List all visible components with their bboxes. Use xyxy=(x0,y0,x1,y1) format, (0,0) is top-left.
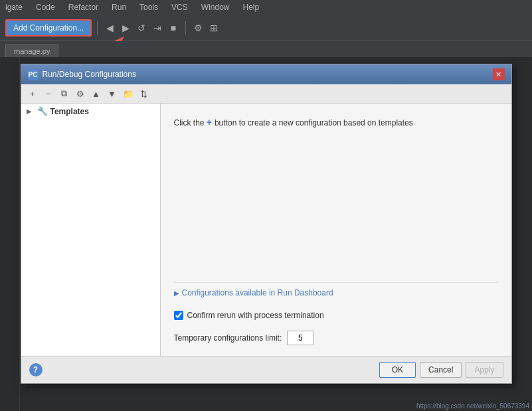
tree-panel: ▶ 🔧 Templates xyxy=(21,104,161,356)
toolbar-refresh-icon[interactable]: ↺ xyxy=(135,21,148,35)
apply-button[interactable]: Apply xyxy=(466,362,503,378)
temp-config-row: Temporary configurations limit: xyxy=(174,331,498,345)
cancel-button[interactable]: Cancel xyxy=(420,362,462,378)
footer-buttons: OK Cancel Apply xyxy=(379,362,503,378)
content-spacer xyxy=(174,138,498,272)
content-panel: Click the + button to create a new confi… xyxy=(161,104,511,356)
dialog-copy-button[interactable]: ⧉ xyxy=(57,86,72,101)
toolbar: Add Configuration... ➤ ◀ ▶ ↺ ⇥ ■ ⚙ ⊞ xyxy=(0,15,532,41)
dialog-move-up-button[interactable]: ▲ xyxy=(89,86,104,101)
dialog-folder-button[interactable]: 📁 xyxy=(121,86,135,101)
toolbar-settings-icon[interactable]: ⚙ xyxy=(191,21,205,35)
instruction-plus-icon: + xyxy=(207,117,215,127)
dialog-settings-button[interactable]: ⚙ xyxy=(73,86,88,101)
menu-code[interactable]: Code xyxy=(33,1,58,13)
toolbar-forward-icon[interactable]: ▶ xyxy=(119,21,132,35)
dialog-body: ▶ 🔧 Templates Click the + button to crea… xyxy=(21,104,511,356)
temp-config-input[interactable] xyxy=(287,331,313,345)
help-button[interactable]: ? xyxy=(29,363,43,376)
dialog-remove-button[interactable]: − xyxy=(41,86,56,101)
watermark: https://blog.csdn.net/weixin_50673394 xyxy=(416,402,529,410)
tree-wrench-icon: 🔧 xyxy=(37,106,48,116)
dialog-icon: PC xyxy=(28,69,39,80)
menu-vcs[interactable]: VCS xyxy=(169,1,191,13)
temp-config-label: Temporary configurations limit: xyxy=(174,333,282,343)
dialog-title-left: PC Run/Debug Configurations xyxy=(28,69,136,80)
tab-manage-py[interactable]: manage.py xyxy=(5,44,58,57)
instruction-suffix: button to create a new configuration bas… xyxy=(215,118,413,127)
confirm-rerun-row: Confirm rerun with process termination xyxy=(174,311,498,320)
menu-bar: igate Code Refactor Run Tools VCS Window… xyxy=(0,0,532,15)
toolbar-back-icon[interactable]: ◀ xyxy=(103,21,116,35)
dialog-title-bar: PC Run/Debug Configurations ✕ xyxy=(21,64,511,84)
confirm-rerun-label: Confirm rerun with process termination xyxy=(187,311,324,320)
dialog-toolbar: + − ⧉ ⚙ ▲ ▼ 📁 ⇅ xyxy=(21,84,511,104)
templates-tree-item[interactable]: ▶ 🔧 Templates xyxy=(21,104,160,119)
run-debug-dialog: PC Run/Debug Configurations ✕ + − ⧉ ⚙ ▲ … xyxy=(21,64,512,384)
tree-expand-icon: ▶ xyxy=(27,108,35,115)
modal-overlay: PC Run/Debug Configurations ✕ + − ⧉ ⚙ ▲ … xyxy=(0,57,532,411)
dialog-footer: ? OK Cancel Apply xyxy=(21,356,511,383)
toolbar-layout-icon[interactable]: ⊞ xyxy=(207,21,221,35)
ok-button[interactable]: OK xyxy=(379,362,416,378)
tree-item-label: Templates xyxy=(50,107,89,116)
toolbar-stop-icon[interactable]: ■ xyxy=(167,21,180,35)
toolbar-separator-2 xyxy=(185,21,186,35)
menu-window[interactable]: Window xyxy=(199,1,232,13)
dialog-sort-button[interactable]: ⇅ xyxy=(137,86,151,101)
dialog-title-text: Run/Debug Configurations xyxy=(43,70,136,79)
configs-available-label: Configurations available in Run Dashboar… xyxy=(182,288,333,297)
dialog-add-button[interactable]: + xyxy=(25,86,40,101)
confirm-rerun-checkbox[interactable] xyxy=(174,311,183,320)
configs-available-row[interactable]: ▶ Configurations available in Run Dashbo… xyxy=(174,282,498,300)
menu-tools[interactable]: Tools xyxy=(137,1,161,13)
dialog-close-button[interactable]: ✕ xyxy=(493,68,505,80)
dialog-move-down-button[interactable]: ▼ xyxy=(105,86,120,101)
instruction-text: Click the + button to create a new confi… xyxy=(174,117,498,127)
add-configuration-button[interactable]: Add Configuration... xyxy=(5,19,92,37)
toolbar-separator-1 xyxy=(97,21,98,35)
menu-refactor[interactable]: Refactor xyxy=(66,1,101,13)
configs-available-arrow-icon: ▶ xyxy=(174,289,179,297)
tab-bar: manage.py xyxy=(0,41,532,57)
instruction-prefix: Click the xyxy=(174,118,205,127)
menu-igate[interactable]: igate xyxy=(3,1,25,13)
menu-run[interactable]: Run xyxy=(109,1,129,13)
menu-help[interactable]: Help xyxy=(240,1,262,13)
toolbar-step-icon[interactable]: ⇥ xyxy=(151,21,164,35)
